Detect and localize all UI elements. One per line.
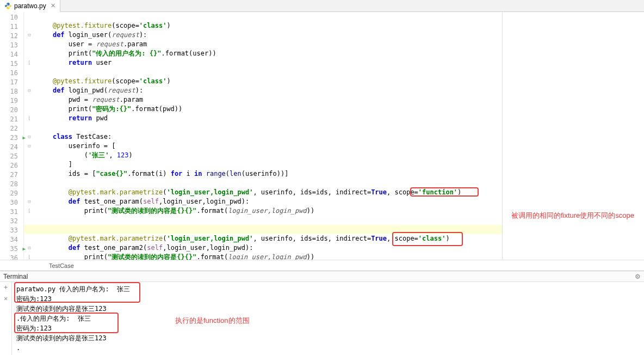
terminal-line: paratwo.py 传入的用户名为: 张三 [16, 284, 640, 294]
line-number: 32 [0, 217, 18, 226]
terminal-line: 密码为:123 [16, 294, 640, 304]
gear-icon[interactable]: ⚙ [635, 273, 641, 280]
file-tab[interactable]: paratwo.py ✕ [0, 0, 60, 12]
terminal-output[interactable]: 执行的是function的范围 paratwo.py 传入的用户名为: 张三密码… [12, 282, 644, 355]
line-number: 20 [0, 106, 18, 115]
terminal-line: 测试类的读到的内容是张三123 [16, 304, 640, 314]
breadcrumb[interactable]: TestCase [0, 260, 644, 271]
terminal-line: . [16, 343, 640, 353]
line-number: 33 [0, 226, 18, 235]
terminal-line: 密码为:123 [16, 323, 640, 333]
line-number: 31 [0, 207, 18, 217]
close-icon[interactable]: ✕ [51, 2, 55, 9]
terminal-side-controls: + ✕ [0, 282, 12, 355]
line-number: 12 [0, 32, 18, 41]
line-number: 13 [0, 41, 18, 50]
terminal-header: Terminal ⚙ [0, 271, 644, 282]
line-number: 36 [0, 254, 18, 260]
line-number: 18 [0, 87, 18, 96]
line-number: 22 [0, 124, 18, 133]
terminal-line: .传入的用户名为: 张三 [16, 314, 640, 323]
line-number: 24 [0, 143, 18, 152]
line-number: 23▶ [0, 133, 18, 143]
line-number: 25 [0, 152, 18, 161]
line-number: 35▶ [0, 244, 18, 254]
tab-filename: paratwo.py [14, 2, 46, 10]
line-number: 10 [0, 13, 18, 22]
line-number: 28 [0, 180, 18, 189]
terminal-title: Terminal [3, 273, 28, 280]
editor: 1011121314151617181920212223▶24252627282… [0, 12, 644, 260]
python-icon [4, 2, 12, 10]
line-number: 19 [0, 96, 18, 106]
line-number: 34 [0, 235, 18, 244]
annotation-right: 被调用的相同的fixture使用不同的scope [511, 211, 634, 221]
line-number: 29 [0, 189, 18, 198]
terminal-line: 测试类的读到的内容是张三123 [16, 333, 640, 343]
line-number: 14 [0, 50, 18, 59]
line-number: 15 [0, 59, 18, 69]
gutter: 1011121314151617181920212223▶24252627282… [0, 12, 24, 260]
line-number: 17 [0, 78, 18, 87]
code-area[interactable]: @pytest.fixture(scope='class') ⊟ def log… [24, 12, 503, 260]
line-number: 21 [0, 115, 18, 124]
line-number: 16 [0, 69, 18, 78]
tab-bar: paratwo.py ✕ [0, 0, 644, 12]
annotation-terminal: 执行的是function的范围 [175, 316, 250, 326]
close-terminal-button[interactable]: ✕ [0, 293, 11, 304]
terminal-panel: Terminal ⚙ + ✕ 执行的是function的范围 paratwo.p… [0, 271, 644, 355]
line-number: 26 [0, 161, 18, 170]
line-number: 30 [0, 198, 18, 207]
add-terminal-button[interactable]: + [0, 282, 11, 293]
line-number: 27 [0, 170, 18, 180]
line-number: 11 [0, 22, 18, 32]
